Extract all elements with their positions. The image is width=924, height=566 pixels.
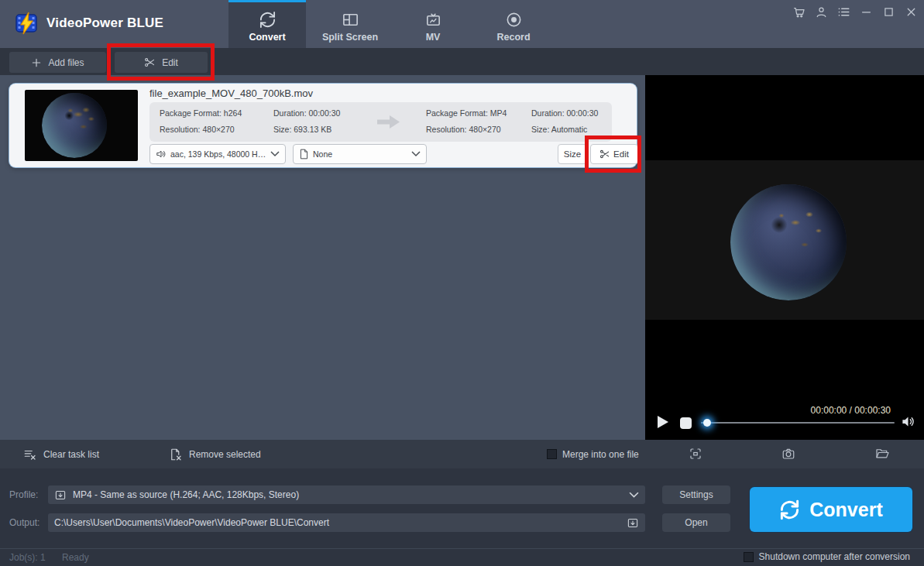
- convert-button[interactable]: Convert: [750, 487, 912, 532]
- scissors-icon: [599, 149, 610, 160]
- target-size: Size: Automatic: [531, 125, 587, 134]
- file-name: file_example_MOV_480_700kB.mov: [149, 87, 313, 99]
- close-icon: [905, 5, 918, 19]
- fullscreen-icon: [689, 447, 702, 461]
- cart-button[interactable]: [792, 5, 805, 19]
- source-resolution: Resolution: 480×270: [160, 125, 235, 134]
- scissors-icon: [144, 57, 156, 68]
- speaker-icon: [156, 149, 167, 160]
- menu-button[interactable]: [836, 5, 850, 19]
- app-brand: VideoPower BLUE: [14, 11, 163, 36]
- convert-arrow-icon: [377, 115, 400, 129]
- audio-track-select[interactable]: aac, 139 Kbps, 48000 Hz...: [149, 144, 286, 164]
- convert-label: Convert: [809, 499, 882, 521]
- volume-button[interactable]: [901, 414, 915, 429]
- snapshot-button[interactable]: [781, 447, 795, 461]
- save-folder-icon: [627, 517, 639, 529]
- target-format: Package Format: MP4: [426, 108, 507, 118]
- clear-list-icon: [23, 448, 37, 461]
- subtitle-select[interactable]: None: [293, 144, 427, 164]
- app-window: VideoPower BLUE Convert Split Screen: [0, 0, 924, 566]
- add-files-label: Add files: [48, 57, 84, 68]
- maximize-icon: [882, 5, 895, 19]
- output-label: Output:: [9, 517, 40, 528]
- seek-handle[interactable]: [703, 419, 711, 427]
- toolbar: Add files Edit: [0, 48, 924, 75]
- video-thumbnail: [25, 90, 138, 161]
- user-button[interactable]: [814, 5, 828, 19]
- status-bar: Job(s): 1 Ready Shutdown computer after …: [0, 548, 924, 566]
- jobs-count: Job(s): 1: [9, 552, 46, 563]
- add-files-button[interactable]: Add files: [9, 52, 106, 73]
- merge-checkbox[interactable]: [547, 449, 557, 459]
- status-text: Ready: [62, 552, 89, 563]
- open-folder-button[interactable]: [875, 447, 890, 461]
- earth-thumbnail-image: [42, 93, 107, 158]
- plus-icon: [31, 57, 42, 68]
- tab-label: Record: [496, 32, 530, 43]
- card-edit-button[interactable]: Edit: [590, 144, 638, 164]
- chevron-down-icon: [629, 492, 639, 499]
- action-bar: Clear task list Remove selected Merge in…: [0, 440, 924, 468]
- open-button[interactable]: Open: [662, 513, 730, 532]
- maximize-button[interactable]: [881, 5, 895, 19]
- task-card[interactable]: file_example_MOV_480_700kB.mov Package F…: [9, 84, 637, 167]
- minimize-icon: [860, 5, 873, 19]
- output-path-value: C:\Users\User\Documents\VideoPower\Video…: [54, 517, 620, 528]
- toolbar-edit-button[interactable]: Edit: [115, 52, 208, 73]
- format-info-panel: Package Format: h264 Resolution: 480×270…: [149, 102, 612, 142]
- refresh-icon: [259, 11, 277, 29]
- minimize-button[interactable]: [859, 5, 873, 19]
- merge-label: Merge into one file: [562, 449, 639, 460]
- remove-selected-label: Remove selected: [189, 449, 261, 460]
- titlebar: VideoPower BLUE Convert Split Screen: [0, 0, 924, 48]
- fullscreen-button[interactable]: [689, 447, 702, 461]
- player-controls: [645, 413, 924, 434]
- toolbar-edit-label: Edit: [162, 57, 178, 68]
- clear-task-list-button[interactable]: Clear task list: [23, 440, 99, 468]
- size-button[interactable]: Size: [558, 144, 587, 164]
- menu-list-icon: [837, 5, 850, 19]
- preset-box-icon: [54, 489, 67, 501]
- target-resolution: Resolution: 480×270: [426, 125, 501, 134]
- tab-label: Split Screen: [322, 32, 378, 43]
- tab-mv[interactable]: MV: [394, 0, 472, 48]
- settings-button[interactable]: Settings: [662, 485, 730, 504]
- document-icon: [299, 149, 309, 160]
- window-controls: [792, 5, 918, 19]
- seek-slider[interactable]: [701, 417, 895, 429]
- tab-split-screen[interactable]: Split Screen: [309, 0, 391, 48]
- tv-icon: [424, 11, 442, 29]
- tab-label: MV: [426, 32, 441, 43]
- merge-checkbox-row[interactable]: Merge into one file: [547, 440, 639, 468]
- stop-button[interactable]: [680, 417, 692, 429]
- remove-selected-button[interactable]: Remove selected: [169, 440, 261, 468]
- source-duration: Duration: 00:00:30: [273, 108, 340, 118]
- source-format: Package Format: h264: [160, 108, 242, 118]
- app-title: VideoPower BLUE: [46, 15, 163, 31]
- tab-label: Convert: [249, 32, 285, 43]
- user-icon: [815, 5, 828, 19]
- app-logo-icon: [14, 11, 39, 36]
- play-icon: [657, 415, 669, 429]
- tab-record[interactable]: Record: [475, 0, 552, 48]
- output-path-field[interactable]: C:\Users\User\Documents\VideoPower\Video…: [48, 513, 645, 532]
- shutdown-checkbox-row[interactable]: Shutdown computer after conversion: [744, 551, 910, 562]
- shutdown-label: Shutdown computer after conversion: [759, 551, 910, 562]
- main-tabs: Convert Split Screen MV: [228, 0, 552, 48]
- cart-icon: [792, 5, 805, 19]
- audio-track-value: aac, 139 Kbps, 48000 Hz...: [170, 149, 266, 159]
- video-frame: [645, 160, 924, 320]
- output-panel: Profile: MP4 - Same as source (H.264; AA…: [0, 468, 924, 548]
- close-button[interactable]: [904, 5, 918, 19]
- play-button[interactable]: [657, 415, 669, 429]
- tab-convert[interactable]: Convert: [228, 0, 306, 48]
- card-edit-label: Edit: [613, 149, 629, 159]
- preview-panel: 00:00:00 / 00:00:30: [645, 75, 924, 440]
- split-screen-icon: [342, 11, 359, 29]
- seek-track: [701, 422, 895, 424]
- profile-select[interactable]: MP4 - Same as source (H.264; AAC, 128Kbp…: [48, 485, 645, 504]
- chevron-down-icon: [270, 151, 280, 157]
- folder-open-icon: [875, 447, 890, 461]
- shutdown-checkbox[interactable]: [744, 552, 754, 562]
